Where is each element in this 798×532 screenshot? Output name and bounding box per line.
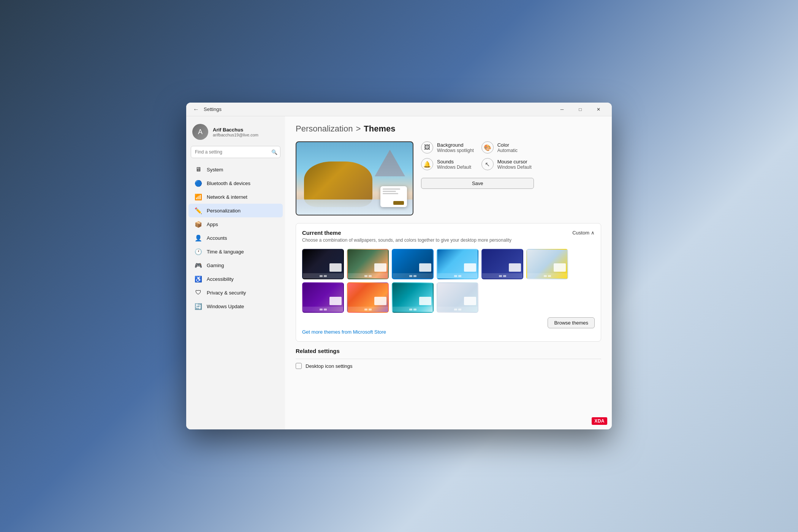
page-header: Personalization > Themes [296, 124, 601, 134]
mini-taskbar-t7 [303, 307, 343, 312]
close-button[interactable]: ✕ [590, 103, 607, 116]
sounds-icon: 🔔 [421, 158, 433, 170]
theme-thumbnail-t1[interactable] [302, 249, 344, 279]
back-button[interactable]: ← [191, 104, 201, 115]
sidebar-item-network[interactable]: 📶 Network & internet [188, 190, 283, 204]
preview-dialog-line-1 [383, 188, 400, 190]
apps-icon: 📦 [195, 220, 202, 228]
mini-window-t7 [329, 297, 342, 305]
sidebar-item-label-privacy: Privacy & security [207, 290, 246, 296]
mini-window-t3 [419, 263, 431, 272]
theme-mini-preview-t6 [527, 250, 567, 279]
personalization-icon: ✏️ [195, 207, 202, 214]
color-setting-text: Color Automatic [497, 142, 518, 153]
preview-dialog [380, 186, 407, 207]
mini-taskbar-dot [369, 309, 372, 310]
mini-taskbar-dot [458, 275, 461, 277]
preview-dialog-lines [383, 188, 405, 194]
network-icon: 📶 [195, 193, 202, 201]
mouse-cursor-setting-text: Mouse cursor Windows Default [497, 159, 532, 170]
mini-taskbar-dot [320, 275, 323, 277]
sidebar-item-gaming[interactable]: 🎮 Gaming [188, 258, 283, 272]
sidebar-item-bluetooth[interactable]: 🔵 Bluetooth & devices [188, 176, 283, 190]
mini-taskbar-dot [324, 275, 327, 277]
settings-window: ← Settings ─ □ ✕ A Arif Bacchus arifbacc… [186, 103, 612, 429]
related-settings-title: Related settings [296, 348, 601, 354]
user-email: arifbacchus19@live.com [213, 133, 279, 137]
theme-mini-preview-t4 [437, 250, 478, 279]
theme-mini-preview-t2 [348, 250, 388, 279]
theme-thumbnail-t2[interactable] [347, 249, 389, 279]
sounds-setting[interactable]: 🔔 Sounds Windows Default [421, 158, 474, 170]
current-theme-header: Current theme Custom ∧ [302, 230, 595, 236]
save-button[interactable]: Save [421, 178, 534, 189]
mini-taskbar-dot [548, 275, 551, 277]
desktop-icon-settings-item[interactable]: Desktop icon settings [296, 359, 601, 373]
mini-taskbar-dot [454, 309, 457, 310]
breadcrumb-parent[interactable]: Personalization [296, 124, 353, 134]
mini-taskbar-dot [544, 275, 547, 277]
mini-window-t1 [329, 263, 342, 272]
breadcrumb-separator: > [356, 124, 361, 134]
sidebar-item-accounts[interactable]: 👤 Accounts [188, 231, 283, 245]
system-icon: 🖥 [195, 166, 202, 173]
mini-window-t10 [464, 297, 476, 305]
mini-taskbar-dot [454, 275, 457, 277]
sidebar-item-windows-update[interactable]: 🔄 Windows Update [188, 299, 283, 313]
theme-grid [302, 249, 595, 313]
sidebar-item-personalization[interactable]: ✏️ Personalization [188, 204, 283, 217]
browse-themes-button[interactable]: Browse themes [548, 317, 595, 328]
mini-taskbar-dot [458, 309, 461, 310]
bluetooth-icon: 🔵 [195, 179, 202, 187]
ms-store-link[interactable]: Get more themes from Microsoft Store [302, 325, 386, 339]
windows-update-icon: 🔄 [195, 302, 202, 310]
theme-thumbnail-t9[interactable] [392, 282, 434, 313]
color-value: Automatic [497, 148, 518, 153]
current-theme-value[interactable]: Custom ∧ [572, 230, 595, 236]
theme-thumbnail-t3[interactable] [392, 249, 434, 279]
theme-mini-preview-t3 [393, 250, 433, 279]
avatar: A [192, 124, 208, 140]
sidebar-item-apps[interactable]: 📦 Apps [188, 217, 283, 231]
sidebar-item-system[interactable]: 🖥 System [188, 163, 283, 176]
mouse-cursor-setting[interactable]: ↖ Mouse cursor Windows Default [481, 158, 534, 170]
sidebar-item-privacy[interactable]: 🛡 Privacy & security [188, 286, 283, 299]
search-icon[interactable]: 🔍 [271, 149, 277, 155]
minimize-button[interactable]: ─ [553, 103, 571, 116]
sounds-label: Sounds [437, 159, 471, 165]
sidebar-item-label-windows-update: Windows Update [207, 304, 244, 309]
privacy-icon: 🛡 [195, 289, 202, 296]
mini-window-t5 [509, 263, 521, 272]
theme-thumbnail-t7[interactable] [302, 282, 344, 313]
color-setting[interactable]: 🎨 Color Automatic [481, 141, 534, 154]
color-icon: 🎨 [481, 141, 494, 154]
theme-thumbnail-t6[interactable] [526, 249, 568, 279]
breadcrumb-current: Themes [364, 124, 395, 134]
theme-mini-preview-t1 [303, 250, 343, 279]
sidebar-item-label-system: System [207, 167, 223, 173]
mini-taskbar-t5 [482, 273, 522, 279]
theme-mini-preview-t8 [348, 283, 388, 312]
maximize-button[interactable]: □ [572, 103, 589, 116]
content-area: Personalization > Themes [285, 116, 612, 429]
mini-taskbar-dot [413, 275, 416, 277]
theme-thumbnail-t10[interactable] [437, 282, 478, 313]
mini-taskbar-t8 [348, 307, 388, 312]
mini-taskbar-t3 [393, 273, 433, 279]
theme-thumbnail-t8[interactable] [347, 282, 389, 313]
mini-window-t8 [374, 297, 386, 305]
mini-window-t4 [464, 263, 476, 272]
background-value: Windows spotlight [437, 148, 474, 153]
color-label: Color [497, 142, 518, 148]
sidebar-item-label-time: Time & language [207, 249, 244, 255]
mini-taskbar-dot [503, 275, 506, 277]
mini-taskbar-dot [324, 309, 327, 310]
desktop-icon-checkbox[interactable] [296, 363, 302, 369]
sidebar-item-time[interactable]: 🕐 Time & language [188, 245, 283, 258]
sidebar-item-accessibility[interactable]: ♿ Accessibility [188, 272, 283, 286]
theme-thumbnail-t5[interactable] [481, 249, 523, 279]
background-setting[interactable]: 🖼 Background Windows spotlight [421, 141, 474, 154]
theme-thumbnail-t4[interactable] [437, 249, 478, 279]
search-input[interactable] [191, 146, 280, 158]
preview-mountain [375, 150, 405, 176]
